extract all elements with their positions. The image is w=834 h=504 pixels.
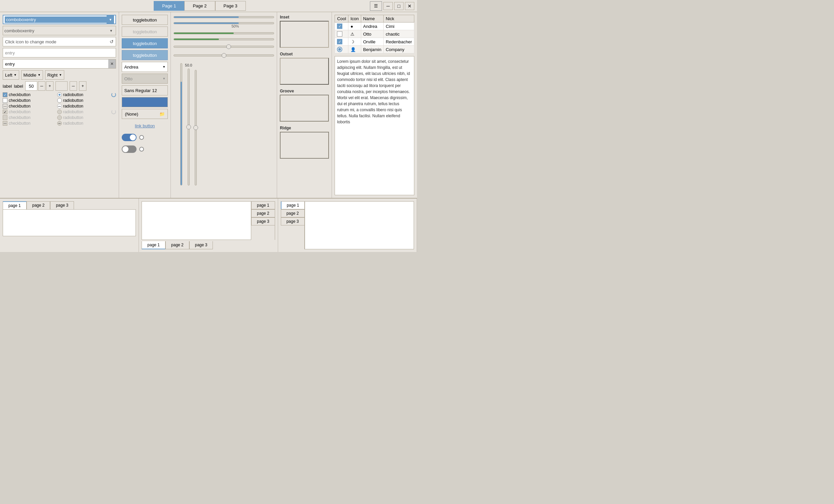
tab-page3[interactable]: Page 3 — [215, 1, 246, 11]
checkbutton-2[interactable]: checkbutton — [3, 98, 56, 103]
cell-cool-3[interactable]: ✓ — [335, 38, 348, 46]
col-icon[interactable]: Icon — [348, 15, 361, 23]
link-button[interactable]: link button — [122, 121, 168, 131]
vslider-2[interactable] — [188, 69, 190, 185]
checkbutton-6-label: checkbutton — [9, 121, 30, 126]
combobox-plain[interactable]: comboboxentry ▼ — [3, 26, 116, 35]
htab-2-page1[interactable]: page 1 — [141, 241, 166, 249]
entry-input[interactable] — [3, 62, 108, 67]
vslider-2-thumb[interactable] — [186, 125, 191, 129]
vtab-3-page1[interactable]: page 1 — [281, 201, 305, 209]
cool-check-1[interactable]: ✓ — [337, 24, 342, 29]
col-nick[interactable]: Nick — [383, 15, 414, 23]
tab-page1[interactable]: Page 1 — [154, 1, 184, 11]
vtab-content-3 — [305, 201, 414, 249]
htab-2-page3[interactable]: page 3 — [189, 241, 213, 249]
vslider-3[interactable] — [195, 70, 197, 185]
hslider-2[interactable] — [174, 22, 274, 24]
minimize-button[interactable]: ─ — [383, 2, 393, 10]
hslider-6-row — [174, 52, 274, 59]
checkbutton-3[interactable]: ─ checkbutton — [3, 104, 56, 109]
window-controls: ☰ ─ □ ✕ — [370, 1, 414, 11]
combobox-selected-arrow[interactable]: ▼ — [107, 16, 114, 24]
radiobutton-3[interactable]: ─ radiobutton — [57, 104, 110, 109]
dropdown-left[interactable]: Left ▼ — [3, 70, 19, 79]
radio-circle-2[interactable] — [139, 147, 144, 152]
hslider-6[interactable] — [174, 54, 274, 56]
spin-increase-1[interactable]: + — [46, 81, 53, 91]
titlebar: Page 1 Page 2 Page 3 ☰ ─ □ ✕ — [0, 0, 417, 12]
tab-1-page3[interactable]: page 3 — [50, 201, 74, 209]
cell-cool-1[interactable]: ✓ — [335, 23, 348, 30]
hslider-1[interactable] — [174, 16, 274, 18]
col-cool[interactable]: Cool — [335, 15, 348, 23]
vtab-2-page3[interactable]: page 3 — [251, 217, 275, 226]
radiobutton-2[interactable]: radiobutton — [57, 98, 110, 103]
checkbox-1[interactable]: ✓ — [3, 92, 7, 97]
tab-1-page2[interactable]: page 2 — [26, 201, 50, 209]
hslider-4[interactable] — [174, 38, 274, 40]
combo-andrea[interactable]: Andrea ▼ — [122, 62, 168, 72]
vsliders-area: 50.0 — [174, 61, 274, 188]
spin-decrease-2[interactable]: ─ — [70, 81, 77, 91]
entry-with-clear[interactable]: ✕ — [3, 59, 116, 69]
col-name[interactable]: Name — [361, 15, 383, 23]
cool-check-2[interactable] — [337, 31, 342, 37]
entry-placeholder[interactable]: entry — [3, 48, 116, 58]
togglebutton-1[interactable]: togglebutton — [122, 15, 168, 25]
font-button[interactable]: Sans Regular 12 — [122, 85, 168, 95]
togglebutton-3[interactable]: togglebutton — [122, 38, 168, 48]
radio-5 — [57, 115, 62, 120]
vtab-section-2: page 1 page 2 page 3 — [141, 201, 275, 240]
color-box[interactable] — [56, 81, 68, 91]
maximize-button[interactable]: □ — [394, 2, 403, 10]
color-button[interactable] — [122, 97, 168, 107]
radio-1[interactable] — [57, 92, 62, 97]
vslider-1[interactable] — [180, 63, 182, 185]
radiobutton-1-label: radiobutton — [63, 92, 83, 97]
cell-name-3: Orville — [361, 38, 383, 46]
vslider-3-thumb[interactable] — [193, 125, 198, 130]
hslider-4-row — [174, 37, 274, 42]
dropdown-middle[interactable]: Middle ▼ — [21, 70, 43, 79]
combobox-selected[interactable]: comboboxentry ▼ — [3, 15, 116, 24]
checkbutton-1[interactable]: ✓ checkbutton — [3, 92, 56, 97]
tab-1-page1[interactable]: page 1 — [3, 201, 26, 209]
search-entry[interactable]: Click icon to change mode ↺ — [3, 37, 116, 46]
close-button[interactable]: ✕ — [405, 2, 414, 10]
radiobutton-1[interactable]: radiobutton — [57, 92, 110, 97]
cell-cool-4[interactable] — [335, 46, 348, 53]
vtab-2-page2[interactable]: page 2 — [251, 209, 275, 217]
checkbox-2[interactable] — [3, 98, 7, 103]
switch-off[interactable] — [122, 145, 136, 153]
radio-3[interactable]: ─ — [57, 104, 62, 109]
hslider-5-thumb[interactable] — [226, 44, 231, 49]
radio-2[interactable] — [57, 98, 62, 103]
dropdown-right[interactable]: Right ▼ — [45, 70, 64, 79]
sliders-panel: 50% — [171, 12, 277, 198]
vtab-3-page2[interactable]: page 2 — [281, 209, 305, 217]
spin-increase-2[interactable]: + — [79, 81, 86, 91]
main-content: comboboxentry ▼ comboboxentry ▼ Click ic… — [0, 12, 417, 198]
spinbutton-row: label label 50 ─ + ─ + — [3, 81, 116, 91]
cell-cool-2[interactable] — [335, 30, 348, 38]
hslider-3[interactable] — [174, 32, 274, 34]
hslider-5[interactable] — [174, 46, 274, 48]
hslider-6-thumb[interactable] — [222, 53, 226, 58]
htab-2-page2[interactable]: page 2 — [166, 241, 189, 249]
vtab-3-page3[interactable]: page 3 — [281, 217, 305, 226]
entry-clear-button[interactable]: ✕ — [108, 60, 116, 68]
spin-decrease-1[interactable]: ─ — [38, 81, 45, 91]
file-chooser[interactable]: (None) 📁 — [122, 109, 168, 119]
switch-on[interactable] — [122, 134, 136, 141]
search-mode-icon[interactable]: ↺ — [110, 39, 114, 44]
radio-circle-1[interactable] — [139, 135, 144, 140]
vtab-2-page1[interactable]: page 1 — [251, 201, 275, 209]
text-panel[interactable]: Lorem ipsum dolor sit amet, consectetur … — [335, 56, 414, 195]
cool-check-3[interactable]: ✓ — [337, 39, 342, 44]
cool-radio-4[interactable] — [337, 47, 342, 52]
hamburger-button[interactable]: ☰ — [370, 1, 382, 11]
checkbox-3[interactable]: ─ — [3, 104, 7, 109]
radiobutton-2-label: radiobutton — [63, 98, 83, 103]
tab-page2[interactable]: Page 2 — [184, 1, 215, 11]
